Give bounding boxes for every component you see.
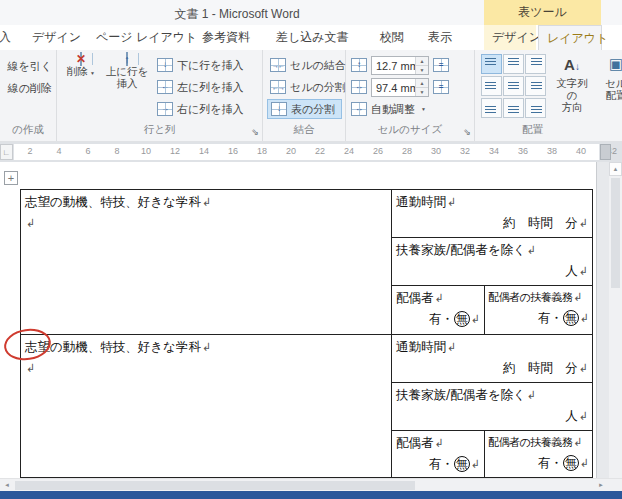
arrow-left-glyph: ← — [161, 83, 169, 91]
horizontal-scrollbar[interactable]: ◄ ► — [0, 478, 622, 491]
delete-button[interactable]: ✕ 削除▼ — [62, 53, 100, 79]
autofit-button[interactable]: ↔ 自動調整 ▼ — [348, 99, 429, 119]
commute-value: 約 時間 分 — [503, 215, 578, 230]
align-bars-icon — [485, 106, 496, 114]
merge-cells-button[interactable]: →← セルの結合 — [267, 55, 342, 75]
horizontal-scroll-thumb[interactable] — [15, 481, 415, 490]
spin-down-icon[interactable]: ▼ — [416, 87, 428, 96]
circled-no: 無 — [454, 456, 470, 472]
right-column: 通勤時間↲ 約 時間 分↲ 扶養家族/配偶者を除く↲ 人↲ 配偶者↲ 有・無↲ — [392, 190, 592, 334]
paragraph-mark: ↲ — [447, 341, 456, 354]
merge-cells-icon: →← — [270, 58, 286, 72]
cell-spouse-support[interactable]: 配偶者の扶養義務↲ 有・無↲ — [485, 431, 592, 479]
dependents-value: 人 — [565, 408, 578, 423]
dialog-launcher-icon[interactable]: ⇘ — [251, 128, 259, 137]
insert-columns-right-button[interactable]: → 右に列を挿入 — [154, 99, 258, 119]
vertical-scrollbar[interactable]: ▲ — [609, 162, 622, 478]
align-bottom-center-button[interactable] — [503, 98, 524, 118]
paragraph-mark: ↲ — [471, 458, 480, 471]
align-bottom-right-button[interactable] — [525, 98, 546, 118]
tab-table-design[interactable]: デザイン — [484, 25, 536, 50]
split-cells-icon: ←→ — [270, 80, 286, 94]
insert-right-icon: → — [157, 102, 173, 116]
paragraph-mark: ↲ — [471, 313, 480, 326]
align-middle-left-button[interactable] — [481, 76, 502, 96]
ruler-margin-marker[interactable] — [600, 144, 611, 160]
tab-view[interactable]: 表示 — [420, 25, 460, 50]
draw-table-button[interactable]: 線を引く — [4, 56, 55, 76]
scroll-left-button[interactable]: ◄ — [0, 479, 14, 491]
align-bars-icon — [508, 82, 519, 90]
align-top-left-button[interactable] — [481, 54, 502, 74]
cell-spouse[interactable]: 配偶者↲ 有・無↲ — [392, 286, 485, 334]
spouse-label: 配偶者 — [396, 435, 434, 450]
distribute-columns-button[interactable]: = — [433, 80, 449, 94]
cell-commute[interactable]: 通勤時間↲ 約 時間 分↲ — [392, 190, 592, 238]
align-bars-icon — [508, 58, 519, 66]
paragraph-mark: ↲ — [579, 217, 588, 230]
align-top-center-button[interactable] — [503, 54, 524, 74]
scroll-up-button[interactable]: ▲ — [609, 162, 622, 176]
align-middle-right-button[interactable] — [525, 76, 546, 96]
paragraph-mark: ↲ — [527, 389, 536, 402]
ruler-number: 32 — [460, 146, 470, 156]
paragraph-mark: ↲ — [579, 265, 588, 278]
insert-columns-left-button[interactable]: ← 左に列を挿入 — [154, 77, 258, 97]
scroll-right-button[interactable]: ► — [594, 479, 608, 491]
align-bottom-left-button[interactable] — [481, 98, 502, 118]
column-width-value: 97.4 mm — [376, 82, 419, 94]
row-height-input[interactable]: 12.7 mm ▲ ▼ — [371, 56, 429, 75]
split-table-button[interactable]: ↓ 表の分割 — [267, 99, 342, 119]
cell-motivation[interactable]: 志望の動機、特技、好きな学科↲ ↲ — [21, 335, 392, 478]
ribbon: 線を引く 線の削除 の作成 ✕ 削除▼ ↑ 上に行を 挿入 ↓ 下に行を挿入 — [0, 50, 622, 142]
distribute-rows-button[interactable]: = — [433, 58, 449, 72]
document-area: + 志望の動機、特技、好きな学科↲ ↲ 通勤時間↲ 約 時間 分↲ 扶養家族/配… — [0, 162, 622, 478]
cell-motivation[interactable]: 志望の動機、特技、好きな学科↲ ↲ — [21, 190, 392, 334]
tab-table-layout-active[interactable]: レイアウト — [538, 25, 602, 51]
cell-dependents[interactable]: 扶養家族/配偶者を除く↲ 人↲ — [392, 383, 592, 431]
ruler-active-area — [14, 144, 599, 160]
tab-page-layout[interactable]: ページ レイアウト — [88, 25, 205, 50]
spin-up-icon[interactable]: ▲ — [416, 57, 428, 65]
align-top-right-button[interactable] — [525, 54, 546, 74]
column-width-input[interactable]: 97.4 mm ▲ ▼ — [371, 78, 429, 97]
cell-spouse[interactable]: 配偶者↲ 有・無↲ — [392, 431, 485, 479]
draw-table-label: 線を引く — [7, 59, 52, 74]
eraser-button[interactable]: 線の削除 — [5, 78, 55, 98]
insert-rows-above-button[interactable]: ↑ 上に行を 挿入 — [104, 53, 150, 89]
group-label-rows-columns: 行と列 — [57, 123, 262, 137]
cell-commute[interactable]: 通勤時間↲ 約 時間 分↲ — [392, 335, 592, 383]
spin-down-icon[interactable]: ▼ — [416, 65, 428, 74]
ruler-number: 18 — [257, 146, 267, 156]
circled-no: 無 — [563, 455, 579, 471]
dropdown-icon: ▼ — [421, 106, 426, 112]
align-middle-center-button[interactable] — [503, 76, 524, 96]
row-height-icon: ↕ — [351, 58, 367, 72]
cell-dependents[interactable]: 扶養家族/配偶者を除く↲ 人↲ — [392, 238, 592, 286]
dialog-launcher-icon[interactable]: ⇘ — [463, 128, 471, 137]
ruler-number: 40 — [576, 146, 586, 156]
text-direction-button[interactable]: A↓ 文字列の 方向 — [551, 53, 593, 113]
tab-design[interactable]: デザイン — [24, 25, 89, 50]
insert-above-label-1: 上に行を — [104, 65, 150, 77]
merge-arrows-glyph: →← — [272, 62, 284, 69]
circled-no: 無 — [563, 310, 579, 326]
spin-up-icon[interactable]: ▲ — [416, 79, 428, 87]
spouse-label: 配偶者 — [396, 290, 434, 305]
tab-mailings[interactable]: 差し込み文書 — [268, 25, 357, 50]
cell-margins-button[interactable]: ▣ セル 配置 — [595, 53, 622, 101]
support-label: 配偶者の扶養義務 — [488, 291, 572, 304]
tab-insert-clipped[interactable]: 入 — [0, 25, 19, 50]
insert-rows-below-button[interactable]: ↓ 下に行を挿入 — [154, 55, 258, 75]
arrow-up-glyph: ↑ — [124, 54, 130, 65]
tab-review[interactable]: 校閲 — [372, 25, 412, 50]
tab-selector-box[interactable]: ∟ — [0, 144, 13, 160]
tab-references[interactable]: 参考資料 — [194, 25, 258, 50]
split-cells-button[interactable]: ←→ セルの分割 — [267, 77, 342, 97]
circled-no: 無 — [454, 311, 470, 327]
split-table-icon: ↓ — [271, 102, 287, 116]
cell-spouse-support[interactable]: 配偶者の扶養義務↲ 有・無↲ — [485, 286, 592, 334]
vertical-scroll-thumb[interactable] — [611, 178, 620, 288]
table-move-handle[interactable]: + — [4, 171, 18, 185]
group-merge: →← セルの結合 ←→ セルの分割 ↓ 表の分割 結合 — [263, 50, 346, 141]
